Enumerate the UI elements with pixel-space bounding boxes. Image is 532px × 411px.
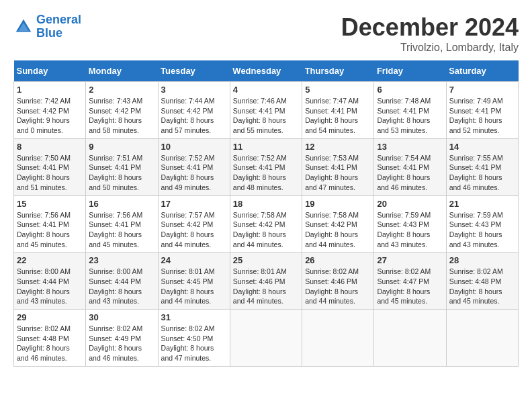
day-info: Sunrise: 8:00 AMSunset: 4:44 PMDaylight:… — [89, 267, 154, 306]
day-number: 11 — [233, 142, 299, 152]
day-number: 30 — [89, 312, 154, 322]
day-info: Sunrise: 8:02 AMSunset: 4:50 PMDaylight:… — [161, 324, 227, 363]
day-number: 1 — [17, 85, 83, 95]
weekday-header-row: SundayMondayTuesdayWednesdayThursdayFrid… — [14, 60, 519, 82]
location-title: Trivolzio, Lombardy, Italy — [341, 42, 519, 54]
day-number: 17 — [161, 199, 227, 209]
calendar-cell: 4Sunrise: 7:46 AMSunset: 4:41 PMDaylight… — [230, 82, 302, 139]
day-info: Sunrise: 7:52 AMSunset: 4:41 PMDaylight:… — [161, 153, 227, 193]
day-info: Sunrise: 8:02 AMSunset: 4:49 PMDaylight:… — [89, 324, 154, 363]
weekday-header-wednesday: Wednesday — [230, 60, 302, 82]
day-info: Sunrise: 8:00 AMSunset: 4:44 PMDaylight:… — [17, 267, 83, 306]
calendar-cell: 9Sunrise: 7:51 AMSunset: 4:41 PMDaylight… — [86, 138, 158, 195]
day-info: Sunrise: 7:58 AMSunset: 4:42 PMDaylight:… — [305, 210, 371, 250]
calendar-cell — [446, 310, 518, 367]
day-info: Sunrise: 7:49 AMSunset: 4:41 PMDaylight:… — [449, 96, 515, 136]
calendar-cell: 3Sunrise: 7:44 AMSunset: 4:42 PMDaylight… — [158, 82, 230, 139]
day-info: Sunrise: 7:56 AMSunset: 4:41 PMDaylight:… — [17, 210, 83, 250]
calendar-cell: 13Sunrise: 7:54 AMSunset: 4:41 PMDayligh… — [374, 138, 446, 195]
calendar-cell: 7Sunrise: 7:49 AMSunset: 4:41 PMDaylight… — [446, 82, 518, 139]
day-info: Sunrise: 8:02 AMSunset: 4:48 PMDaylight:… — [17, 324, 83, 363]
day-info: Sunrise: 8:02 AMSunset: 4:48 PMDaylight:… — [449, 267, 515, 306]
day-info: Sunrise: 8:01 AMSunset: 4:46 PMDaylight:… — [233, 267, 299, 306]
day-number: 13 — [377, 142, 443, 152]
day-info: Sunrise: 7:58 AMSunset: 4:42 PMDaylight:… — [233, 210, 299, 250]
day-info: Sunrise: 7:48 AMSunset: 4:41 PMDaylight:… — [377, 96, 443, 136]
day-number: 5 — [305, 85, 371, 95]
day-number: 23 — [89, 255, 154, 265]
day-number: 22 — [17, 255, 83, 265]
day-number: 16 — [89, 199, 154, 209]
calendar-cell: 8Sunrise: 7:50 AMSunset: 4:41 PMDaylight… — [14, 138, 86, 195]
calendar-cell: 6Sunrise: 7:48 AMSunset: 4:41 PMDaylight… — [374, 82, 446, 139]
day-info: Sunrise: 7:51 AMSunset: 4:41 PMDaylight:… — [89, 153, 154, 193]
calendar-cell: 11Sunrise: 7:52 AMSunset: 4:41 PMDayligh… — [230, 138, 302, 195]
calendar-cell: 18Sunrise: 7:58 AMSunset: 4:42 PMDayligh… — [230, 195, 302, 253]
day-number: 31 — [161, 312, 227, 322]
day-info: Sunrise: 7:54 AMSunset: 4:41 PMDaylight:… — [377, 153, 443, 193]
day-number: 24 — [161, 255, 227, 265]
day-info: Sunrise: 7:46 AMSunset: 4:41 PMDaylight:… — [233, 96, 299, 136]
day-info: Sunrise: 7:42 AMSunset: 4:42 PMDaylight:… — [17, 96, 83, 136]
weekday-header-tuesday: Tuesday — [158, 60, 230, 82]
day-info: Sunrise: 7:59 AMSunset: 4:43 PMDaylight:… — [377, 210, 443, 250]
calendar-cell: 23Sunrise: 8:00 AMSunset: 4:44 PMDayligh… — [86, 253, 158, 310]
calendar-cell: 15Sunrise: 7:56 AMSunset: 4:41 PMDayligh… — [14, 195, 86, 253]
day-number: 20 — [377, 199, 443, 209]
calendar-cell: 14Sunrise: 7:55 AMSunset: 4:41 PMDayligh… — [446, 138, 518, 195]
calendar-cell: 10Sunrise: 7:52 AMSunset: 4:41 PMDayligh… — [158, 138, 230, 195]
calendar-cell: 27Sunrise: 8:02 AMSunset: 4:47 PMDayligh… — [374, 253, 446, 310]
logo-icon — [13, 17, 34, 37]
calendar-cell: 29Sunrise: 8:02 AMSunset: 4:48 PMDayligh… — [14, 310, 86, 367]
day-number: 26 — [305, 255, 371, 265]
page-header: General Blue December 2024 Trivolzio, Lo… — [13, 13, 519, 54]
week-row-2: 8Sunrise: 7:50 AMSunset: 4:41 PMDaylight… — [14, 138, 519, 195]
month-title: December 2024 — [341, 13, 519, 42]
calendar-table: SundayMondayTuesdayWednesdayThursdayFrid… — [13, 60, 519, 367]
day-number: 18 — [233, 199, 299, 209]
day-number: 28 — [449, 255, 515, 265]
day-info: Sunrise: 7:52 AMSunset: 4:41 PMDaylight:… — [233, 153, 299, 193]
calendar-cell — [230, 310, 302, 367]
calendar-cell: 26Sunrise: 8:02 AMSunset: 4:46 PMDayligh… — [302, 253, 374, 310]
calendar-cell: 20Sunrise: 7:59 AMSunset: 4:43 PMDayligh… — [374, 195, 446, 253]
weekday-header-sunday: Sunday — [14, 60, 86, 82]
calendar-cell: 21Sunrise: 7:59 AMSunset: 4:43 PMDayligh… — [446, 195, 518, 253]
calendar-cell: 22Sunrise: 8:00 AMSunset: 4:44 PMDayligh… — [14, 253, 86, 310]
week-row-1: 1Sunrise: 7:42 AMSunset: 4:42 PMDaylight… — [14, 82, 519, 139]
calendar-cell — [302, 310, 374, 367]
logo: General Blue — [13, 13, 81, 40]
calendar-cell: 2Sunrise: 7:43 AMSunset: 4:42 PMDaylight… — [86, 82, 158, 139]
week-row-3: 15Sunrise: 7:56 AMSunset: 4:41 PMDayligh… — [14, 195, 519, 253]
day-info: Sunrise: 7:47 AMSunset: 4:41 PMDaylight:… — [305, 96, 371, 136]
weekday-header-friday: Friday — [374, 60, 446, 82]
day-number: 3 — [161, 85, 227, 95]
day-number: 6 — [377, 85, 443, 95]
calendar-cell: 17Sunrise: 7:57 AMSunset: 4:42 PMDayligh… — [158, 195, 230, 253]
day-number: 12 — [305, 142, 371, 152]
day-info: Sunrise: 7:43 AMSunset: 4:42 PMDaylight:… — [89, 96, 154, 136]
day-number: 7 — [449, 85, 515, 95]
day-info: Sunrise: 7:59 AMSunset: 4:43 PMDaylight:… — [449, 210, 515, 250]
logo-line1: General — [36, 13, 81, 26]
day-info: Sunrise: 7:53 AMSunset: 4:41 PMDaylight:… — [305, 153, 371, 193]
day-number: 15 — [17, 199, 83, 209]
day-info: Sunrise: 8:02 AMSunset: 4:47 PMDaylight:… — [377, 267, 443, 306]
day-info: Sunrise: 7:55 AMSunset: 4:41 PMDaylight:… — [449, 153, 515, 193]
logo-text: General Blue — [36, 13, 81, 40]
week-row-4: 22Sunrise: 8:00 AMSunset: 4:44 PMDayligh… — [14, 253, 519, 310]
day-number: 10 — [161, 142, 227, 152]
day-info: Sunrise: 8:01 AMSunset: 4:45 PMDaylight:… — [161, 267, 227, 306]
day-info: Sunrise: 7:44 AMSunset: 4:42 PMDaylight:… — [161, 96, 227, 136]
day-number: 27 — [377, 255, 443, 265]
calendar-cell: 30Sunrise: 8:02 AMSunset: 4:49 PMDayligh… — [86, 310, 158, 367]
calendar-cell: 16Sunrise: 7:56 AMSunset: 4:41 PMDayligh… — [86, 195, 158, 253]
weekday-header-thursday: Thursday — [302, 60, 374, 82]
calendar-cell: 31Sunrise: 8:02 AMSunset: 4:50 PMDayligh… — [158, 310, 230, 367]
calendar-cell — [374, 310, 446, 367]
calendar-cell: 19Sunrise: 7:58 AMSunset: 4:42 PMDayligh… — [302, 195, 374, 253]
day-number: 25 — [233, 255, 299, 265]
title-area: December 2024 Trivolzio, Lombardy, Italy — [341, 13, 519, 54]
calendar-cell: 24Sunrise: 8:01 AMSunset: 4:45 PMDayligh… — [158, 253, 230, 310]
weekday-header-saturday: Saturday — [446, 60, 518, 82]
